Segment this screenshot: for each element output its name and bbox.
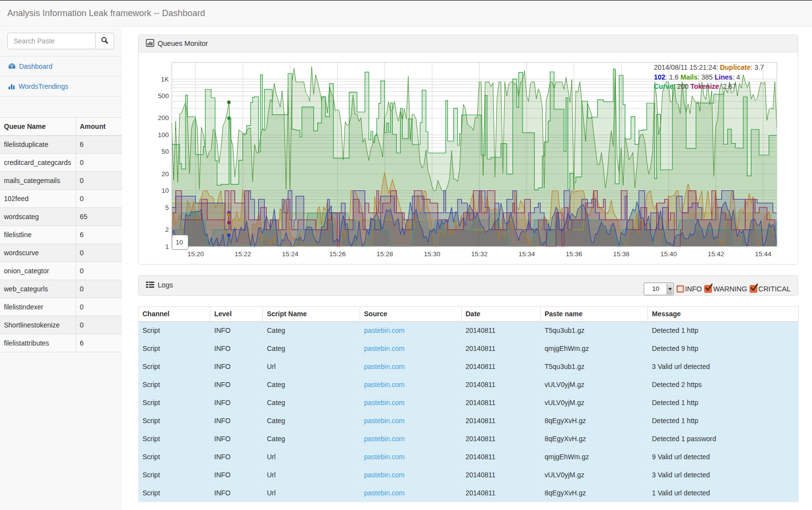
svg-text:15:24: 15:24 [282,250,299,258]
svg-text:20: 20 [162,170,169,178]
svg-text:15:38: 15:38 [613,250,629,258]
svg-text:1K: 1K [161,76,169,83]
svg-text:15:26: 15:26 [329,250,346,258]
svg-text:15:44: 15:44 [755,250,771,258]
svg-text:15:40: 15:40 [660,250,677,258]
svg-text:15:30: 15:30 [424,250,441,258]
svg-text:500: 500 [158,92,169,100]
svg-text:15:36: 15:36 [566,250,582,258]
svg-text:15:42: 15:42 [708,250,724,258]
svg-text:200: 200 [158,114,169,122]
svg-text:1: 1 [165,243,169,250]
svg-text:15:28: 15:28 [377,250,393,258]
svg-text:100: 100 [158,131,169,139]
svg-text:15:32: 15:32 [471,250,487,258]
svg-text:15:34: 15:34 [518,250,535,258]
svg-text:5: 5 [165,204,169,211]
svg-text:50: 50 [162,148,169,155]
svg-text:2: 2 [165,226,169,233]
svg-text:10: 10 [162,187,169,194]
svg-text:15:20: 15:20 [187,250,204,258]
svg-text:15:22: 15:22 [235,250,251,258]
